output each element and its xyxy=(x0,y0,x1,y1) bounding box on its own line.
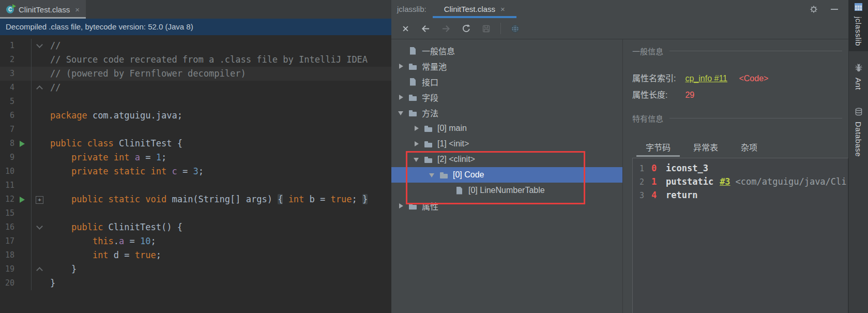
gutter-spacer xyxy=(0,67,31,81)
bytecode-line-number: 3 xyxy=(637,189,644,202)
grid-icon xyxy=(855,3,862,13)
chevron-expanded-icon[interactable] xyxy=(397,109,405,117)
tab-misc[interactable]: 杂项 xyxy=(741,141,757,153)
tree-item-label: [0] Code xyxy=(453,170,484,180)
code-text: public static void main(String[] args) {… xyxy=(50,192,368,206)
gutter-spacer xyxy=(0,123,31,137)
code-line: 7 xyxy=(0,123,391,137)
stripe-button-database[interactable]: Database xyxy=(849,105,868,162)
fold-column xyxy=(32,276,50,290)
attribute-length-value: 29 xyxy=(685,91,694,99)
fold-column xyxy=(32,123,50,137)
save-icon[interactable] xyxy=(479,22,493,36)
gutter-spacer xyxy=(0,53,31,67)
tree-item[interactable]: [0] main xyxy=(391,121,622,136)
tree-item[interactable]: [0] LineNumberTable xyxy=(391,183,622,198)
attribute-type-value: <Code> xyxy=(739,74,768,83)
fold-close-icon[interactable] xyxy=(32,81,50,95)
gutter: 3 xyxy=(0,67,32,81)
chevron-collapsed-icon[interactable] xyxy=(397,62,405,70)
folder-icon xyxy=(424,124,433,133)
doc-icon xyxy=(408,47,418,55)
bytecode-line: 10iconst_3 xyxy=(633,161,848,175)
chevron-expanded-icon[interactable] xyxy=(428,171,436,179)
run-gutter-icon[interactable] xyxy=(0,137,31,151)
tree-item-selected[interactable]: [0] Code xyxy=(391,167,622,183)
tree-item[interactable]: 属性 xyxy=(391,198,622,214)
tree-item[interactable]: 一般信息 xyxy=(391,43,622,58)
chevron-expanded-icon[interactable] xyxy=(413,155,421,163)
code-line: 2// Source code recreated from a .class … xyxy=(0,53,391,67)
tree-item-label: 方法 xyxy=(422,107,438,119)
code-text: // Source code recreated from a .class f… xyxy=(50,53,368,67)
browser-icon[interactable] xyxy=(508,22,522,36)
gutter: 15 xyxy=(0,206,32,220)
jclasslib-tab[interactable]: ClinitTest.class × xyxy=(440,0,509,18)
back-icon[interactable] xyxy=(419,22,433,36)
chevron-collapsed-icon[interactable] xyxy=(397,202,405,210)
fold-close-icon[interactable] xyxy=(32,262,50,276)
folder-icon xyxy=(408,62,418,71)
tab-close-icon[interactable]: × xyxy=(75,5,80,14)
code-line: 9 private int a = 1; xyxy=(0,151,391,165)
run-gutter-icon[interactable] xyxy=(0,192,31,206)
bytecode-line-number: 1 xyxy=(637,162,644,175)
forward-icon[interactable] xyxy=(439,22,453,36)
tree-item[interactable]: 方法 xyxy=(391,105,622,121)
toolwindow-stripe: jclasslib Ant Database xyxy=(848,0,868,313)
bytecode-instruction: putstatic xyxy=(666,176,713,187)
doc-icon xyxy=(455,186,464,195)
fold-open-icon[interactable] xyxy=(32,220,50,234)
tree-item-label: 一般信息 xyxy=(422,44,455,57)
stripe-label: Ant xyxy=(854,78,863,90)
code-text: package com.atguigu.java; xyxy=(50,109,182,123)
tree-item[interactable]: 接口 xyxy=(391,74,622,90)
decompiled-banner: Decompiled .class file, bytecode version… xyxy=(0,19,391,35)
code-text: this.a = 10; xyxy=(50,234,156,248)
tab-close-icon[interactable]: × xyxy=(500,5,505,13)
constant-pool-link[interactable]: cp_info #11 xyxy=(685,74,727,83)
constant-pool-ref-link[interactable]: #3 xyxy=(720,176,730,187)
stripe-button-jclasslib[interactable]: jclasslib xyxy=(849,0,868,51)
tree-item[interactable]: [1] <init> xyxy=(391,136,622,152)
fold-column xyxy=(32,67,50,81)
chevron-collapsed-icon[interactable] xyxy=(413,140,421,148)
gutter: 7 xyxy=(0,123,32,137)
gutter: 1 xyxy=(0,39,32,53)
refresh-icon[interactable] xyxy=(459,22,473,36)
tree-item[interactable]: 常量池 xyxy=(391,58,622,74)
tree-item[interactable]: [2] <clinit> xyxy=(391,152,622,167)
tab-bytecode[interactable]: 字节码 xyxy=(646,141,671,153)
editor-pane: C ClinitTest.class × Decompiled .class f… xyxy=(0,0,391,313)
code-line: 6package com.atguigu.java; xyxy=(0,109,391,123)
bytecode-listing: 10iconst_321putstatic#3<com/atguigu/java… xyxy=(632,158,848,313)
active-tab-underline xyxy=(636,155,680,157)
close-icon[interactable] xyxy=(399,22,413,36)
fold-plus-icon[interactable]: + xyxy=(32,192,50,206)
attribute-name-index-row: 属性名索引: cp_info #11 <Code> xyxy=(632,71,768,84)
code-line: 4// xyxy=(0,81,391,95)
code-line: 16 public ClinitTest() { xyxy=(0,220,391,234)
editor-tab-clinittest[interactable]: C ClinitTest.class × xyxy=(0,0,86,19)
code-text: int d = true; xyxy=(50,248,161,262)
chevron-collapsed-icon[interactable] xyxy=(413,124,421,132)
gutter: 9 xyxy=(0,151,32,165)
hide-toolwindow-icon[interactable] xyxy=(828,3,841,16)
tree-item[interactable]: 字段 xyxy=(391,90,622,105)
gutter-spacer xyxy=(0,81,31,95)
tab-exception-table[interactable]: 异常表 xyxy=(693,141,718,153)
chevron-collapsed-icon[interactable] xyxy=(397,93,405,101)
code-lines: 1//2// Source code recreated from a .cla… xyxy=(0,35,391,290)
stripe-button-ant[interactable]: Ant xyxy=(849,61,868,95)
fold-open-icon[interactable] xyxy=(32,39,50,53)
bytecode-offset: 0 xyxy=(651,161,660,175)
settings-gear-icon[interactable] xyxy=(807,3,820,16)
header-rule xyxy=(669,51,842,51)
gutter-spacer xyxy=(0,220,31,234)
stripe-label: jclasslib xyxy=(854,17,863,46)
code-line: 18 int d = true; xyxy=(0,248,391,262)
tree-item-label: [2] <clinit> xyxy=(437,155,475,164)
code-line: 15 xyxy=(0,206,391,220)
code-line: 11 xyxy=(0,178,391,192)
fold-column xyxy=(32,248,50,262)
